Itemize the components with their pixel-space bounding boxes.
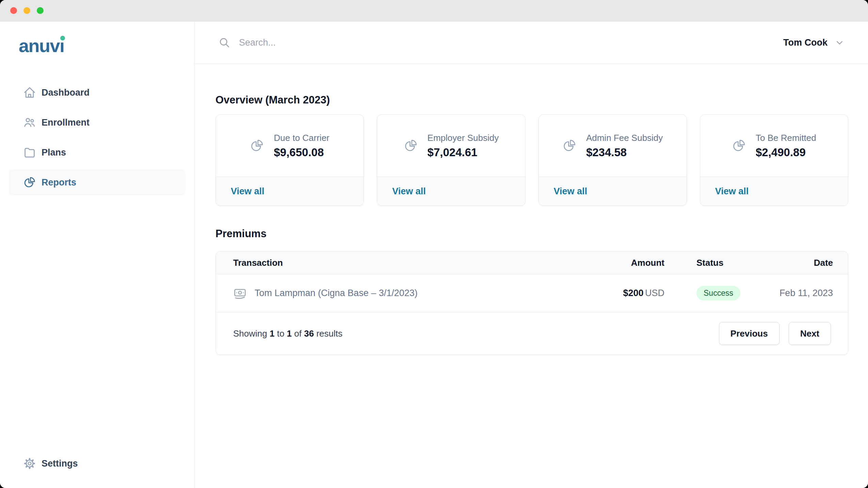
home-icon	[23, 86, 36, 99]
anuvi-logo: anuvı	[19, 36, 194, 55]
view-all-link[interactable]: View all	[554, 186, 588, 197]
card-footer: View all	[539, 177, 687, 206]
column-header-date: Date	[760, 258, 833, 268]
sidebar-item-enrollment[interactable]: Enrollment	[9, 110, 186, 135]
table-footer: Showing 1 to 1 of 36 results Previous Ne…	[216, 312, 848, 355]
app-frame: anuvı Dashboard	[0, 21, 868, 488]
sidebar-item-reports[interactable]: Reports	[9, 169, 186, 195]
to-word: to	[277, 328, 285, 339]
card-text: To Be Remitted $2,490.89	[756, 133, 816, 159]
overview-heading: Overview (March 2023)	[215, 94, 848, 106]
card-body: Employer Subsidy $7,024.61	[377, 115, 525, 177]
date-cell: Feb 11, 2023	[760, 288, 833, 298]
showing-word: Showing	[233, 328, 267, 339]
column-header-amount: Amount	[596, 258, 664, 268]
premiums-heading: Premiums	[215, 228, 848, 240]
transaction-label: Tom Lampman (Cigna Base – 3/1/2023)	[255, 288, 418, 298]
users-icon	[23, 116, 36, 129]
pie-chart-icon	[23, 176, 36, 189]
sidebar-item-plans[interactable]: Plans	[9, 140, 186, 165]
pie-chart-icon	[732, 139, 746, 153]
search-icon	[219, 37, 230, 48]
search-input[interactable]	[239, 37, 773, 48]
sidebar-item-label: Enrollment	[42, 117, 90, 128]
amount-value: $200	[623, 288, 643, 298]
card-body: Admin Fee Subsidy $234.58	[539, 115, 687, 177]
card-value: $234.58	[586, 146, 663, 159]
sidebar-item-dashboard[interactable]: Dashboard	[9, 80, 186, 105]
amount-cell: $200 USD	[596, 288, 664, 298]
topbar: Tom Cook	[195, 21, 868, 64]
card-body: To Be Remitted $2,490.89	[700, 115, 848, 177]
table-row: Tom Lampman (Cigna Base – 3/1/2023) $200…	[216, 274, 848, 312]
folder-icon	[23, 146, 36, 159]
card-text: Due to Carrier $9,650.08	[274, 133, 329, 159]
column-header-status: Status	[664, 258, 760, 268]
card-to-be-remitted: To Be Remitted $2,490.89 View all	[700, 114, 848, 206]
transaction-cell: Tom Lampman (Cigna Base – 3/1/2023)	[233, 287, 596, 299]
card-footer: View all	[216, 177, 364, 206]
results-from: 1	[270, 328, 274, 339]
card-admin-fee-subsidy: Admin Fee Subsidy $234.58 View all	[539, 114, 687, 206]
card-value: $7,024.61	[428, 146, 499, 159]
chevron-down-icon	[835, 38, 844, 47]
card-label: To Be Remitted	[756, 133, 816, 143]
card-label: Admin Fee Subsidy	[586, 133, 663, 143]
card-text: Employer Subsidy $7,024.61	[428, 133, 499, 159]
sidebar-item-label: Plans	[42, 147, 66, 158]
window-close-button[interactable]	[10, 7, 17, 14]
macos-titlebar	[0, 0, 868, 21]
card-label: Employer Subsidy	[428, 133, 499, 143]
user-name: Tom Cook	[783, 37, 827, 48]
status-cell: Success	[664, 286, 760, 300]
pie-chart-icon	[404, 139, 418, 153]
card-text: Admin Fee Subsidy $234.58	[586, 133, 663, 159]
sidebar-item-label: Dashboard	[42, 87, 90, 98]
gear-icon	[23, 457, 36, 470]
column-header-transaction: Transaction	[233, 258, 596, 268]
card-due-to-carrier: Due to Carrier $9,650.08 View all	[215, 114, 364, 206]
card-employer-subsidy: Employer Subsidy $7,024.61 View all	[377, 114, 525, 206]
window-zoom-button[interactable]	[37, 7, 44, 14]
card-value: $2,490.89	[756, 146, 816, 159]
view-all-link[interactable]: View all	[392, 186, 426, 197]
window-minimize-button[interactable]	[23, 7, 30, 14]
amount-currency: USD	[645, 288, 664, 298]
sidebar-item-label: Reports	[42, 177, 76, 188]
card-value: $9,650.08	[274, 146, 329, 159]
previous-button[interactable]: Previous	[719, 322, 779, 345]
next-button[interactable]: Next	[789, 322, 831, 345]
status-badge: Success	[696, 286, 740, 300]
app-window: anuvı Dashboard	[0, 0, 868, 488]
results-total: 36	[304, 328, 314, 339]
pie-chart-icon	[562, 139, 577, 153]
card-footer: View all	[377, 177, 525, 206]
main-area: Tom Cook Overview (March 2023)	[195, 21, 868, 488]
logo-text: anuv	[19, 35, 60, 56]
logo-i-dot: ı	[60, 35, 64, 56]
sidebar-bottom: Settings	[9, 451, 186, 476]
view-all-link[interactable]: View all	[715, 186, 749, 197]
sidebar-item-settings[interactable]: Settings	[9, 451, 186, 476]
pie-chart-icon	[250, 139, 264, 153]
sidebar-nav: Dashboard Enrollment	[9, 80, 186, 195]
results-to: 1	[287, 328, 292, 339]
premiums-table: Transaction Amount Status Date	[215, 251, 848, 355]
card-footer: View all	[700, 177, 848, 206]
sidebar-item-label: Settings	[42, 458, 78, 469]
card-body: Due to Carrier $9,650.08	[216, 115, 364, 177]
user-menu[interactable]: Tom Cook	[783, 37, 844, 48]
results-summary: Showing 1 to 1 of 36 results	[233, 328, 342, 339]
results-word: results	[316, 328, 342, 339]
overview-cards: Due to Carrier $9,650.08 View all	[215, 114, 848, 206]
card-label: Due to Carrier	[274, 133, 329, 143]
of-word: of	[294, 328, 302, 339]
page-content: Overview (March 2023) Due to Car	[195, 64, 868, 355]
search-bar	[219, 37, 773, 48]
view-all-link[interactable]: View all	[231, 186, 264, 197]
banknote-icon	[233, 287, 247, 299]
pagination-controls: Previous Next	[719, 322, 831, 345]
sidebar: anuvı Dashboard	[0, 21, 195, 488]
table-header: Transaction Amount Status Date	[216, 251, 848, 274]
